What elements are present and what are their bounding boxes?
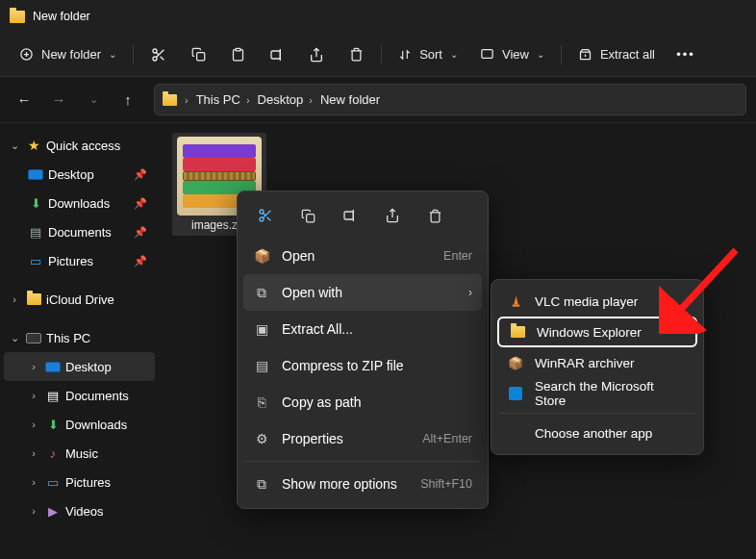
video-icon: ▶: [44, 504, 62, 519]
svg-rect-11: [344, 212, 353, 219]
sidebar-item-downloads[interactable]: ⬇Downloads📌: [4, 189, 155, 217]
svg-point-8: [260, 210, 264, 214]
svg-rect-6: [482, 50, 492, 59]
breadcrumb[interactable]: Desktop›: [258, 92, 315, 107]
archive-icon: 📦: [253, 248, 270, 264]
menu-item-copy-path[interactable]: ⎘ Copy as path: [243, 384, 482, 420]
download-icon: ⬇: [27, 196, 44, 211]
context-menu: 📦 Open Enter ⧉ Open with › ▣ Extract All…: [237, 191, 489, 509]
folder-icon: [509, 323, 526, 341]
sidebar-item-pictures[interactable]: ▭Pictures📌: [4, 246, 155, 275]
folder-icon: [163, 94, 177, 106]
chevron-right-icon: ›: [27, 390, 40, 401]
sidebar-item-desktop[interactable]: ›Desktop: [4, 352, 155, 381]
svg-rect-10: [306, 214, 314, 221]
address-bar[interactable]: › This PC› Desktop› New folder: [154, 84, 746, 115]
document-icon: ▤: [44, 389, 62, 403]
copy-button[interactable]: [180, 38, 216, 71]
share-button[interactable]: [298, 38, 335, 71]
sidebar: ⌄ ★ Quick access Desktop📌 ⬇Downloads📌 ▤D…: [0, 123, 159, 559]
sidebar-item-videos[interactable]: ›▶Videos: [4, 496, 155, 525]
menu-item-compress[interactable]: ▤ Compress to ZIP file: [243, 347, 482, 384]
picture-icon: ▭: [27, 254, 44, 268]
properties-icon: ⚙: [253, 431, 270, 446]
chevron-right-icon: ›: [468, 286, 472, 299]
picture-icon: ▭: [44, 475, 62, 490]
view-icon: [480, 47, 494, 62]
trash-icon: [349, 47, 364, 62]
chevron-down-icon: ⌄: [8, 332, 21, 344]
paste-icon: [231, 47, 245, 62]
cut-button[interactable]: [140, 38, 177, 71]
divider: [381, 45, 382, 64]
submenu-item-windows-explorer[interactable]: Windows Explorer: [497, 317, 697, 347]
svg-point-2: [153, 57, 157, 61]
recent-dropdown[interactable]: ⌄: [79, 86, 108, 114]
more-button[interactable]: •••: [668, 38, 704, 71]
up-button[interactable]: ↑: [113, 86, 142, 114]
sidebar-item-pictures[interactable]: ›▭Pictures: [4, 468, 155, 496]
rename-button[interactable]: [259, 38, 295, 71]
sidebar-item-documents[interactable]: ▤Documents📌: [4, 217, 155, 246]
submenu-item-vlc[interactable]: VLC media player: [497, 286, 697, 317]
sidebar-item-icloud[interactable]: › iCloud Drive: [4, 285, 155, 314]
sidebar-item-downloads[interactable]: ›⬇Downloads: [4, 410, 155, 439]
chevron-down-icon: ⌄: [450, 49, 458, 60]
view-button[interactable]: View ⌄: [470, 38, 554, 71]
back-button[interactable]: ←: [10, 86, 38, 114]
svg-point-9: [260, 217, 264, 221]
sidebar-item-this-pc[interactable]: ⌄ This PC: [4, 323, 155, 352]
share-icon: [309, 47, 324, 63]
submenu-item-store[interactable]: Search the Microsoft Store: [497, 378, 697, 409]
pin-icon: 📌: [134, 255, 147, 267]
submenu-item-choose-app[interactable]: Choose another app: [497, 418, 697, 448]
menu-item-extract-all[interactable]: ▣ Extract All...: [243, 311, 482, 347]
breadcrumb[interactable]: New folder: [320, 92, 380, 107]
delete-button[interactable]: [415, 199, 455, 232]
pin-icon: 📌: [134, 226, 147, 239]
paste-button[interactable]: [219, 38, 256, 71]
divider: [561, 45, 562, 64]
cut-button[interactable]: [245, 199, 286, 232]
winrar-icon: 📦: [507, 354, 524, 371]
chevron-down-icon: ⌄: [8, 140, 21, 152]
share-button[interactable]: [372, 199, 413, 232]
pin-icon: 📌: [134, 168, 147, 181]
nav-row: ← → ⌄ ↑ › This PC› Desktop› New folder: [0, 77, 756, 123]
menu-item-open-with[interactable]: ⧉ Open with ›: [243, 274, 482, 311]
breadcrumb[interactable]: This PC›: [196, 92, 252, 107]
desktop-icon: [45, 362, 61, 372]
delete-button[interactable]: [338, 38, 374, 71]
sidebar-item-documents[interactable]: ›▤Documents: [4, 381, 155, 410]
open-with-submenu: VLC media player Windows Explorer 📦 WinR…: [491, 279, 704, 455]
folder-icon: [10, 11, 25, 23]
chevron-right-icon: ›: [27, 419, 40, 430]
sort-button[interactable]: Sort ⌄: [389, 38, 467, 71]
menu-item-properties[interactable]: ⚙ Properties Alt+Enter: [243, 420, 482, 457]
title-bar: New folder: [0, 0, 756, 33]
extract-icon: [578, 47, 592, 62]
chevron-down-icon: ⌄: [537, 49, 544, 60]
document-icon: ▤: [27, 225, 44, 240]
new-folder-button[interactable]: New folder ⌄: [10, 38, 126, 71]
music-icon: ♪: [44, 446, 62, 461]
rename-button[interactable]: [330, 199, 370, 232]
forward-button[interactable]: →: [44, 86, 73, 114]
extract-all-button[interactable]: Extract all: [568, 38, 665, 71]
pin-icon: 📌: [134, 197, 147, 210]
vlc-icon: [507, 292, 524, 310]
svg-point-1: [153, 49, 157, 53]
sidebar-item-music[interactable]: ›♪Music: [4, 439, 155, 468]
submenu-item-winrar[interactable]: 📦 WinRAR archiver: [497, 347, 697, 378]
svg-rect-4: [236, 48, 240, 51]
sidebar-item-quick-access[interactable]: ⌄ ★ Quick access: [4, 131, 155, 160]
chevron-right-icon: ›: [8, 293, 21, 305]
menu-item-open[interactable]: 📦 Open Enter: [243, 238, 482, 274]
sort-icon: [398, 48, 412, 62]
menu-item-more-options[interactable]: ⧉ Show more options Shift+F10: [243, 466, 482, 502]
window-title: New folder: [33, 10, 90, 23]
rename-icon: [269, 47, 285, 63]
copy-button[interactable]: [288, 199, 328, 232]
cloud-icon: [25, 293, 42, 305]
sidebar-item-desktop[interactable]: Desktop📌: [4, 160, 155, 189]
